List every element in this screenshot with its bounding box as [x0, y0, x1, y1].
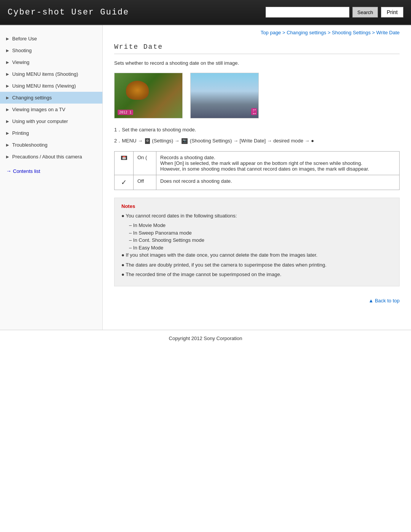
page-title: Write Date: [114, 43, 400, 51]
settings-table: 📅 On ( Records a shooting date. When [On…: [114, 151, 400, 190]
back-to-top-row: ▲ Back to top: [114, 294, 400, 307]
checkmark-icon: ✓: [121, 179, 127, 186]
sidebar-item-precautions[interactable]: ▶ Precautions / About this camera: [0, 151, 102, 163]
breadcrumb-current: Write Date: [376, 30, 400, 35]
header: Cyber-shot User Guide Search Print: [0, 0, 411, 25]
off-icon-cell: ✓: [115, 175, 134, 190]
sidebar-item-changing-settings[interactable]: ▶ Changing settings: [0, 92, 102, 104]
search-input[interactable]: [266, 7, 349, 18]
on-description-cell: Records a shooting date. When [On] is se…: [156, 151, 400, 175]
search-button[interactable]: Search: [352, 7, 378, 18]
cat-date-badge: 2012 1: [118, 110, 133, 115]
app-title: Cyber-shot User Guide: [8, 8, 129, 17]
step-1: 1．Set the camera to shooting mode.: [114, 126, 400, 134]
instructions: 1．Set the camera to shooting mode. 2．MEN…: [114, 126, 400, 145]
note-sub-1: – In Movie Mode: [129, 222, 392, 229]
note-item-2: If you shot images with the date once, y…: [121, 251, 392, 259]
contents-list-link[interactable]: → Contents list: [0, 163, 102, 177]
off-description-cell: Does not record a shooting date.: [156, 175, 400, 190]
note-item-3: The dates are doubly printed, if you set…: [121, 261, 392, 269]
table-row-on: 📅 On ( Records a shooting date. When [On…: [115, 151, 400, 175]
sidebar-item-computer[interactable]: ▶ Using with your computer: [0, 115, 102, 127]
sidebar-item-menu-shooting[interactable]: ▶ Using MENU items (Shooting): [0, 68, 102, 80]
on-option-cell: On (: [134, 151, 156, 175]
breadcrumb-top-page[interactable]: Top page: [261, 30, 281, 35]
sidebar-item-viewing[interactable]: ▶ Viewing: [0, 56, 102, 68]
settings-icon: ⚙: [145, 138, 150, 144]
note-sub-3: – In Cont. Shooting Settings mode: [129, 236, 392, 244]
arrow-right-icon: →: [6, 168, 11, 174]
building-date-badge: 1.1: [251, 108, 257, 115]
building-image: 1.1: [190, 73, 259, 118]
page-description: Sets whether to record a shooting date o…: [114, 60, 400, 66]
chevron-right-icon: ▶: [6, 131, 10, 135]
layout: ▶ Before Use ▶ Shooting ▶ Viewing ▶ Usin…: [0, 25, 411, 330]
chevron-right-icon: ▶: [6, 119, 10, 123]
on-icon-cell: 📅: [115, 151, 134, 175]
chevron-right-icon: ▶: [6, 72, 10, 76]
chevron-right-icon: ▶: [6, 143, 10, 147]
date-record-icon: 📅: [121, 156, 127, 160]
main-content: Top page > Changing settings > Shooting …: [103, 25, 411, 330]
sidebar: ▶ Before Use ▶ Shooting ▶ Viewing ▶ Usin…: [0, 25, 103, 330]
breadcrumb: Top page > Changing settings > Shooting …: [114, 25, 400, 40]
header-search-area: Search Print: [266, 7, 403, 18]
cat-image: 2012 1: [114, 73, 183, 118]
off-option-cell: Off: [134, 175, 156, 190]
chevron-right-icon: ▶: [6, 155, 10, 159]
example-images: 2012 1 1.1: [114, 73, 400, 118]
note-sub-2: – In Sweep Panorama mode: [129, 229, 392, 237]
chevron-right-icon: ▶: [6, 37, 10, 41]
chevron-right-icon: ▶: [6, 84, 10, 88]
note-item-4: The recorded time of the image cannot be…: [121, 271, 392, 278]
breadcrumb-changing-settings[interactable]: Changing settings: [287, 30, 326, 35]
notes-box: Notes You cannot record dates in the fol…: [114, 198, 400, 286]
step-2: 2．MENU → ⚙ (Settings) → 📷 (Shooting Sett…: [114, 137, 400, 145]
table-row-off: ✓ Off Does not record a shooting date.: [115, 175, 400, 190]
copyright-text: Copyright 2012 Sony Corporation: [169, 335, 242, 341]
notes-title: Notes: [121, 203, 392, 209]
chevron-right-icon: ▶: [6, 48, 10, 53]
sidebar-item-menu-viewing[interactable]: ▶ Using MENU items (Viewing): [0, 80, 102, 92]
sidebar-item-viewing-tv[interactable]: ▶ Viewing images on a TV: [0, 104, 102, 115]
sidebar-item-before-use[interactable]: ▶ Before Use: [0, 33, 102, 45]
camera-icon: 📷: [182, 138, 188, 144]
page-title-section: Write Date: [114, 43, 400, 54]
chevron-right-icon: ▶: [6, 107, 10, 112]
sidebar-item-printing[interactable]: ▶ Printing: [0, 127, 102, 139]
note-sub-4: – In Easy Mode: [129, 244, 392, 252]
chevron-right-icon: ▶: [6, 96, 10, 100]
back-to-top-link[interactable]: ▲ Back to top: [368, 298, 400, 304]
sidebar-item-shooting[interactable]: ▶ Shooting: [0, 45, 102, 56]
note-item-1: You cannot record dates in the following…: [121, 212, 392, 220]
breadcrumb-shooting-settings[interactable]: Shooting Settings: [332, 30, 371, 35]
sidebar-item-troubleshooting[interactable]: ▶ Troubleshooting: [0, 139, 102, 151]
chevron-right-icon: ▶: [6, 60, 10, 64]
print-button[interactable]: Print: [381, 7, 403, 18]
footer: Copyright 2012 Sony Corporation: [0, 330, 411, 347]
